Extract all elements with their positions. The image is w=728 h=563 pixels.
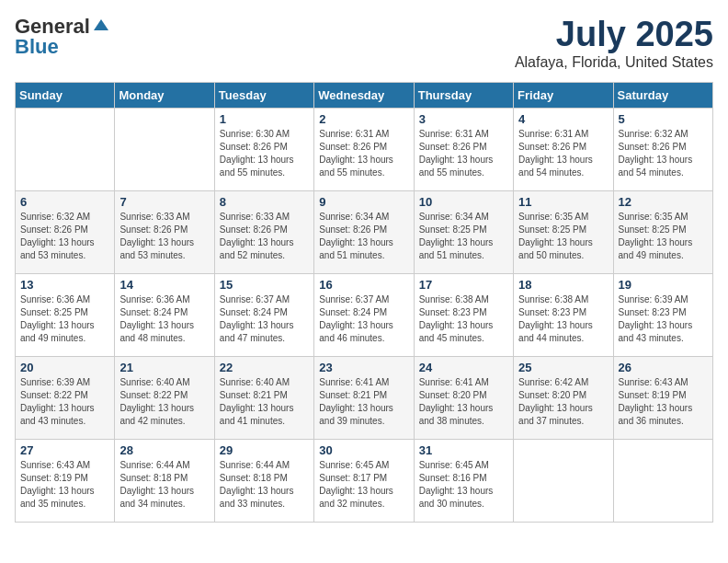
logo-blue-text: Blue [15,35,59,59]
calendar-cell: 17 Sunrise: 6:38 AMSunset: 8:23 PMDaylig… [414,274,513,357]
day-info: Sunrise: 6:30 AMSunset: 8:26 PMDaylight:… [220,129,294,178]
day-number: 28 [119,443,209,457]
calendar-cell: 31 Sunrise: 6:45 AMSunset: 8:16 PMDaylig… [414,440,513,523]
calendar-cell: 11 Sunrise: 6:35 AMSunset: 8:25 PMDaylig… [514,191,613,274]
day-number: 5 [619,112,708,126]
day-number: 10 [419,195,508,209]
day-number: 9 [319,195,408,209]
calendar-cell: 13 Sunrise: 6:36 AMSunset: 8:25 PMDaylig… [16,274,115,357]
day-info: Sunrise: 6:36 AMSunset: 8:25 PMDaylight:… [20,294,95,343]
day-number: 30 [319,443,408,457]
calendar-cell: 30 Sunrise: 6:45 AMSunset: 8:17 PMDaylig… [314,440,414,523]
day-info: Sunrise: 6:32 AMSunset: 8:26 PMDaylight:… [619,129,693,178]
calendar-week-row: 6 Sunrise: 6:32 AMSunset: 8:26 PMDayligh… [16,191,713,274]
weekday-header: Thursday [414,83,513,109]
day-number: 22 [220,361,309,374]
calendar-cell: 12 Sunrise: 6:35 AMSunset: 8:25 PMDaylig… [613,191,712,274]
day-number: 23 [319,361,408,374]
day-info: Sunrise: 6:41 AMSunset: 8:20 PMDaylight:… [419,377,494,426]
calendar-cell: 16 Sunrise: 6:37 AMSunset: 8:24 PMDaylig… [314,274,414,357]
calendar-cell: 27 Sunrise: 6:43 AMSunset: 8:19 PMDaylig… [16,440,115,523]
day-info: Sunrise: 6:33 AMSunset: 8:26 PMDaylight:… [220,212,294,260]
calendar-cell: 2 Sunrise: 6:31 AMSunset: 8:26 PMDayligh… [314,109,414,191]
day-info: Sunrise: 6:45 AMSunset: 8:16 PMDaylight:… [419,460,494,509]
calendar-cell: 23 Sunrise: 6:41 AMSunset: 8:21 PMDaylig… [314,357,414,440]
calendar-cell: 4 Sunrise: 6:31 AMSunset: 8:26 PMDayligh… [514,109,613,191]
logo: General Blue [15,15,110,59]
calendar-cell [514,440,613,523]
calendar-week-row: 1 Sunrise: 6:30 AMSunset: 8:26 PMDayligh… [16,109,713,191]
day-number: 6 [20,195,109,209]
day-number: 7 [119,195,209,209]
calendar-cell: 18 Sunrise: 6:38 AMSunset: 8:23 PMDaylig… [514,274,613,357]
calendar-week-row: 13 Sunrise: 6:36 AMSunset: 8:25 PMDaylig… [16,274,713,357]
day-number: 14 [119,278,209,292]
day-number: 18 [518,278,608,292]
day-info: Sunrise: 6:43 AMSunset: 8:19 PMDaylight:… [20,460,95,509]
weekday-header-row: SundayMondayTuesdayWednesdayThursdayFrid… [16,83,713,109]
weekday-header: Monday [115,83,214,109]
weekday-header: Sunday [16,83,115,109]
day-number: 13 [20,278,109,292]
day-info: Sunrise: 6:31 AMSunset: 8:26 PMDaylight:… [419,129,494,178]
day-number: 1 [220,112,309,126]
calendar-cell: 21 Sunrise: 6:40 AMSunset: 8:22 PMDaylig… [115,357,214,440]
day-number: 2 [319,112,408,126]
title-block: July 2025 Alafaya, Florida, United State… [515,15,713,71]
day-number: 11 [518,195,608,209]
day-number: 19 [619,278,708,292]
day-info: Sunrise: 6:42 AMSunset: 8:20 PMDaylight:… [518,377,593,426]
day-number: 29 [220,443,309,457]
day-number: 25 [518,361,608,374]
day-info: Sunrise: 6:45 AMSunset: 8:17 PMDaylight:… [319,460,393,509]
weekday-header: Wednesday [314,83,414,109]
day-info: Sunrise: 6:35 AMSunset: 8:25 PMDaylight:… [619,212,693,260]
calendar-cell: 3 Sunrise: 6:31 AMSunset: 8:26 PMDayligh… [414,109,513,191]
location-title: Alafaya, Florida, United States [515,54,713,71]
day-info: Sunrise: 6:34 AMSunset: 8:26 PMDaylight:… [319,212,393,260]
day-info: Sunrise: 6:37 AMSunset: 8:24 PMDaylight:… [319,294,393,343]
page-header: General Blue July 2025 Alafaya, Florida,… [15,15,713,71]
calendar-cell: 25 Sunrise: 6:42 AMSunset: 8:20 PMDaylig… [514,357,613,440]
calendar-week-row: 27 Sunrise: 6:43 AMSunset: 8:19 PMDaylig… [16,440,713,523]
day-info: Sunrise: 6:32 AMSunset: 8:26 PMDaylight:… [20,212,95,260]
calendar-cell [16,109,115,191]
calendar-cell: 26 Sunrise: 6:43 AMSunset: 8:19 PMDaylig… [613,357,712,440]
calendar-cell: 15 Sunrise: 6:37 AMSunset: 8:24 PMDaylig… [214,274,313,357]
calendar-cell [613,440,712,523]
calendar-cell: 24 Sunrise: 6:41 AMSunset: 8:20 PMDaylig… [414,357,513,440]
calendar-table: SundayMondayTuesdayWednesdayThursdayFrid… [15,82,713,523]
calendar-cell: 8 Sunrise: 6:33 AMSunset: 8:26 PMDayligh… [214,191,313,274]
calendar-cell: 14 Sunrise: 6:36 AMSunset: 8:24 PMDaylig… [115,274,214,357]
day-info: Sunrise: 6:34 AMSunset: 8:25 PMDaylight:… [419,212,494,260]
calendar-cell: 10 Sunrise: 6:34 AMSunset: 8:25 PMDaylig… [414,191,513,274]
day-info: Sunrise: 6:40 AMSunset: 8:22 PMDaylight:… [119,377,194,426]
calendar-cell: 9 Sunrise: 6:34 AMSunset: 8:26 PMDayligh… [314,191,414,274]
weekday-header: Friday [514,83,613,109]
month-title: July 2025 [515,15,713,54]
day-info: Sunrise: 6:31 AMSunset: 8:26 PMDaylight:… [518,129,593,178]
day-info: Sunrise: 6:41 AMSunset: 8:21 PMDaylight:… [319,377,393,426]
day-number: 17 [419,278,508,292]
calendar-cell: 22 Sunrise: 6:40 AMSunset: 8:21 PMDaylig… [214,357,313,440]
weekday-header: Tuesday [214,83,313,109]
day-info: Sunrise: 6:44 AMSunset: 8:18 PMDaylight:… [119,460,194,509]
calendar-cell: 1 Sunrise: 6:30 AMSunset: 8:26 PMDayligh… [214,109,313,191]
svg-marker-0 [94,19,108,30]
day-number: 15 [220,278,309,292]
day-info: Sunrise: 6:39 AMSunset: 8:22 PMDaylight:… [20,377,95,426]
calendar-cell: 6 Sunrise: 6:32 AMSunset: 8:26 PMDayligh… [16,191,115,274]
logo-icon [92,17,110,36]
calendar-cell: 20 Sunrise: 6:39 AMSunset: 8:22 PMDaylig… [16,357,115,440]
day-number: 20 [20,361,109,374]
calendar-cell: 29 Sunrise: 6:44 AMSunset: 8:18 PMDaylig… [214,440,313,523]
day-number: 4 [518,112,608,126]
day-number: 3 [419,112,508,126]
day-info: Sunrise: 6:33 AMSunset: 8:26 PMDaylight:… [119,212,194,260]
day-number: 12 [619,195,708,209]
day-info: Sunrise: 6:37 AMSunset: 8:24 PMDaylight:… [220,294,294,343]
day-info: Sunrise: 6:43 AMSunset: 8:19 PMDaylight:… [619,377,693,426]
day-number: 26 [619,361,708,374]
day-number: 27 [20,443,109,457]
day-info: Sunrise: 6:38 AMSunset: 8:23 PMDaylight:… [518,294,593,343]
